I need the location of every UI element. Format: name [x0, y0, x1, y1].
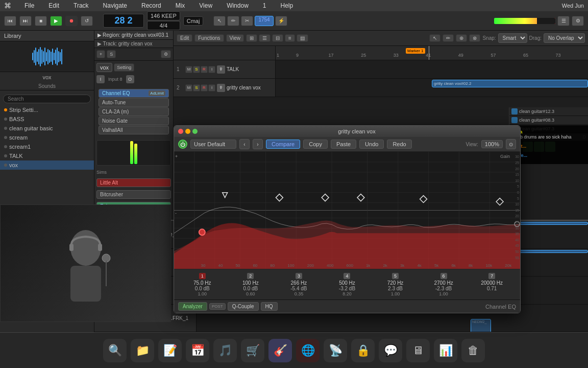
band-num[interactable]: 6: [440, 273, 447, 279]
input-monitor-btn[interactable]: I: [208, 84, 215, 91]
apple-menu[interactable]: ⌘: [4, 2, 11, 10]
adlimit-btn[interactable]: AdLimit: [149, 90, 165, 96]
input-monitor-btn[interactable]: I: [208, 66, 215, 73]
tool-midi[interactable]: 1754: [255, 16, 273, 26]
list-view-btn[interactable]: ☰: [259, 34, 271, 42]
s-btn[interactable]: S: [107, 50, 116, 58]
band-gain[interactable]: -2.3 dB: [426, 286, 461, 291]
library-item[interactable]: scream: [0, 133, 94, 142]
dock-chrome-icon[interactable]: 🌐: [296, 339, 320, 362]
band-gain[interactable]: 2.3 dB: [378, 286, 413, 291]
pencil-tool[interactable]: ✏: [443, 34, 454, 42]
library-item[interactable]: clean guitar basic: [0, 124, 94, 133]
play-button[interactable]: ▶: [50, 16, 62, 26]
preset-selector[interactable]: User Default: [190, 140, 236, 149]
analyzer-btn[interactable]: Analyzer: [178, 302, 207, 311]
dock-finder2-icon[interactable]: 🖥: [406, 339, 430, 362]
band-gain[interactable]: -5.4 dB: [281, 286, 316, 291]
menu-window[interactable]: Window: [224, 1, 252, 10]
band-freq[interactable]: 100 Hz: [233, 280, 268, 286]
eq-band-6-handle[interactable]: [420, 196, 427, 203]
smart-controls-btn[interactable]: ⚙: [572, 16, 584, 26]
eq-power-btn[interactable]: ⏻: [178, 140, 187, 149]
paste-btn[interactable]: Paste: [331, 140, 356, 149]
band-q[interactable]: 8.20: [329, 291, 365, 296]
plugin-channel-eq[interactable]: Channel EQ AdLimit: [99, 89, 169, 98]
grid-view-btn[interactable]: ⊞: [246, 34, 257, 42]
functions-btn[interactable]: Functions: [194, 34, 224, 42]
close-btn[interactable]: [178, 129, 183, 134]
snap-select[interactable]: Smart Bar Beat: [498, 33, 527, 43]
band-num[interactable]: 5: [392, 273, 399, 279]
hq-btn[interactable]: HQ: [261, 302, 278, 311]
record-arm-btn[interactable]: R: [201, 66, 208, 73]
split-view-btn[interactable]: ⊟: [272, 34, 283, 42]
band-freq[interactable]: 266 Hz: [281, 280, 316, 286]
library-item[interactable]: Strip Setti...: [0, 105, 94, 114]
library-search-input[interactable]: [3, 95, 91, 103]
menu-file[interactable]: File: [21, 1, 37, 10]
dock-security-icon[interactable]: 🔒: [351, 339, 375, 362]
band-q[interactable]: 0.35: [281, 291, 316, 296]
send-bitcrusher[interactable]: Bitcrusher: [96, 190, 171, 199]
timesig-display[interactable]: 4/4: [147, 21, 180, 30]
track-content[interactable]: gritty clean vox#02.2: [276, 79, 588, 97]
redo-btn[interactable]: Redo: [387, 140, 411, 149]
band-num[interactable]: 4: [344, 273, 350, 279]
band-num[interactable]: 1: [199, 273, 206, 279]
zoom-reset-btn[interactable]: ⊙: [506, 139, 516, 149]
tool-scissors[interactable]: ✂: [241, 16, 253, 26]
key-display[interactable]: Cmaj: [183, 16, 204, 26]
dock-finder-icon[interactable]: 🔍: [103, 339, 127, 362]
library-item[interactable]: scream1: [0, 142, 94, 151]
dock-trash-icon[interactable]: 🗑: [461, 339, 485, 362]
band-freq[interactable]: 720 Hz: [378, 280, 413, 286]
view-value[interactable]: 100%: [481, 140, 503, 148]
dock-podcasts-icon[interactable]: 📡: [324, 339, 347, 362]
band-freq[interactable]: 500 Hz: [329, 280, 365, 286]
plugin-valhalla[interactable]: ValhallAll: [99, 126, 169, 134]
dock-music-icon[interactable]: 🎵: [213, 339, 237, 362]
cursor-tool[interactable]: ↖: [429, 34, 440, 42]
band-gain[interactable]: -3.2 dB: [329, 286, 365, 291]
track-clip[interactable]: NEDM2_: [471, 319, 491, 332]
eq-band-5-handle[interactable]: [357, 194, 364, 201]
copy-btn[interactable]: Copy: [303, 140, 328, 149]
band-gain[interactable]: 0.0 dB: [233, 286, 268, 291]
plugin-noise-gate[interactable]: Noise Gate: [99, 117, 169, 125]
maximize-btn[interactable]: [192, 129, 198, 134]
mute-btn[interactable]: M: [185, 66, 192, 73]
prev-preset-btn[interactable]: ‹: [239, 139, 250, 149]
dock-guitar-icon[interactable]: 🎸: [268, 339, 292, 362]
media-view-btn[interactable]: ▤: [297, 34, 308, 42]
band-q[interactable]: 1.00: [426, 291, 461, 296]
list-view-btn[interactable]: ☰: [557, 16, 570, 26]
post-btn[interactable]: POST: [209, 303, 226, 310]
marker-flag[interactable]: Marker 1: [406, 48, 425, 54]
channel-name[interactable]: vox: [96, 63, 112, 72]
solo-btn[interactable]: S: [193, 84, 200, 91]
band-q[interactable]: 0.60: [233, 291, 268, 296]
view-btn[interactable]: View: [226, 34, 244, 42]
band-q[interactable]: 1.00: [378, 291, 413, 296]
list-item[interactable]: clean guitar#12.3: [509, 107, 588, 116]
band-freq[interactable]: 75.0 Hz: [184, 280, 220, 286]
band-freq[interactable]: 20000 Hz: [474, 280, 510, 286]
band-freq[interactable]: 2700 Hz: [426, 280, 461, 286]
dock-appstore-icon[interactable]: 🛒: [241, 339, 264, 362]
zoom-tool[interactable]: ⊕: [456, 34, 467, 42]
library-item-vox[interactable]: vox: [0, 160, 94, 170]
menu-view[interactable]: View: [196, 1, 215, 10]
library-sounds-label[interactable]: Sounds: [0, 82, 94, 90]
eq-band-3-handle[interactable]: [276, 194, 283, 201]
record-button[interactable]: ⏺: [65, 16, 78, 26]
drag-select[interactable]: No Overlap Overlap: [544, 33, 585, 43]
dock-calendar-icon[interactable]: 📅: [186, 339, 209, 362]
plugin-cla2a[interactable]: CLA-2A (m): [99, 107, 169, 116]
menu-help[interactable]: Help: [278, 1, 297, 10]
settings-btn[interactable]: ⚙: [161, 50, 171, 58]
library-item[interactable]: BASS: [0, 114, 94, 124]
tool-auto[interactable]: ⚡: [275, 16, 287, 26]
dock-notes-icon[interactable]: 📝: [158, 339, 182, 362]
send-little-alt[interactable]: Little Alt: [96, 178, 171, 187]
